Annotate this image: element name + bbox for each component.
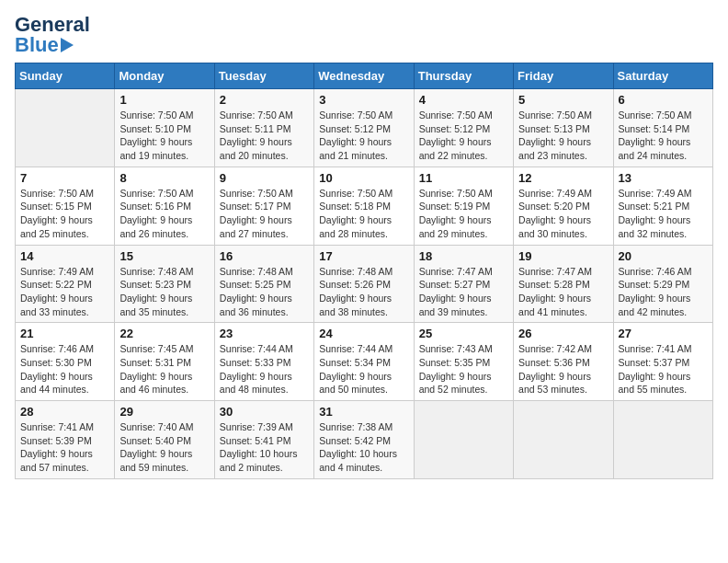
day-info: Sunrise: 7:44 AM Sunset: 5:34 PM Dayligh… xyxy=(319,342,408,396)
day-number: 12 xyxy=(518,171,608,185)
calendar-cell xyxy=(414,401,513,479)
day-number: 6 xyxy=(619,93,708,107)
calendar-cell: 12Sunrise: 7:49 AM Sunset: 5:20 PM Dayli… xyxy=(514,167,613,245)
logo: General Blue xyxy=(15,15,90,55)
day-info: Sunrise: 7:50 AM Sunset: 5:12 PM Dayligh… xyxy=(419,109,508,163)
day-number: 25 xyxy=(419,327,508,340)
day-info: Sunrise: 7:49 AM Sunset: 5:21 PM Dayligh… xyxy=(619,187,708,241)
day-info: Sunrise: 7:50 AM Sunset: 5:12 PM Dayligh… xyxy=(319,109,408,163)
day-info: Sunrise: 7:50 AM Sunset: 5:11 PM Dayligh… xyxy=(220,109,309,163)
day-number: 19 xyxy=(518,249,608,263)
day-info: Sunrise: 7:47 AM Sunset: 5:28 PM Dayligh… xyxy=(518,265,608,319)
calendar-cell xyxy=(613,401,712,479)
calendar-cell: 26Sunrise: 7:42 AM Sunset: 5:36 PM Dayli… xyxy=(514,323,613,401)
day-number: 20 xyxy=(619,249,708,263)
calendar-cell: 8Sunrise: 7:50 AM Sunset: 5:16 PM Daylig… xyxy=(115,167,214,245)
day-number: 8 xyxy=(119,171,209,185)
day-info: Sunrise: 7:50 AM Sunset: 5:16 PM Dayligh… xyxy=(119,187,209,241)
day-number: 9 xyxy=(220,171,309,185)
day-header-saturday: Saturday xyxy=(613,63,712,89)
day-number: 24 xyxy=(319,327,408,340)
day-number: 28 xyxy=(20,405,109,419)
day-info: Sunrise: 7:40 AM Sunset: 5:40 PM Dayligh… xyxy=(119,420,209,475)
calendar-cell: 14Sunrise: 7:49 AM Sunset: 5:22 PM Dayli… xyxy=(16,245,115,323)
day-info: Sunrise: 7:49 AM Sunset: 5:20 PM Dayligh… xyxy=(518,187,608,241)
day-number: 22 xyxy=(119,327,209,340)
day-info: Sunrise: 7:49 AM Sunset: 5:22 PM Dayligh… xyxy=(20,265,109,319)
calendar-cell: 20Sunrise: 7:46 AM Sunset: 5:29 PM Dayli… xyxy=(613,245,712,323)
day-number: 1 xyxy=(119,93,209,107)
day-info: Sunrise: 7:50 AM Sunset: 5:15 PM Dayligh… xyxy=(20,187,109,241)
day-info: Sunrise: 7:48 AM Sunset: 5:23 PM Dayligh… xyxy=(119,265,209,319)
day-number: 3 xyxy=(319,93,408,107)
day-header-tuesday: Tuesday xyxy=(214,63,313,89)
calendar-cell: 25Sunrise: 7:43 AM Sunset: 5:35 PM Dayli… xyxy=(414,323,513,401)
day-number: 26 xyxy=(518,327,608,340)
day-info: Sunrise: 7:46 AM Sunset: 5:29 PM Dayligh… xyxy=(619,265,708,319)
day-number: 10 xyxy=(319,171,408,185)
calendar-cell: 23Sunrise: 7:44 AM Sunset: 5:33 PM Dayli… xyxy=(214,323,313,401)
day-number: 30 xyxy=(220,405,309,419)
day-info: Sunrise: 7:50 AM Sunset: 5:19 PM Dayligh… xyxy=(419,187,508,241)
calendar-cell: 22Sunrise: 7:45 AM Sunset: 5:31 PM Dayli… xyxy=(115,323,214,401)
day-number: 21 xyxy=(20,327,109,340)
calendar-cell: 29Sunrise: 7:40 AM Sunset: 5:40 PM Dayli… xyxy=(115,401,214,479)
day-info: Sunrise: 7:42 AM Sunset: 5:36 PM Dayligh… xyxy=(518,342,608,396)
page-header: General Blue xyxy=(15,15,713,55)
calendar-header-row: SundayMondayTuesdayWednesdayThursdayFrid… xyxy=(16,63,713,89)
day-number: 16 xyxy=(220,249,309,263)
calendar-week-row: 1Sunrise: 7:50 AM Sunset: 5:10 PM Daylig… xyxy=(16,89,713,167)
calendar-cell: 10Sunrise: 7:50 AM Sunset: 5:18 PM Dayli… xyxy=(314,167,414,245)
day-info: Sunrise: 7:38 AM Sunset: 5:42 PM Dayligh… xyxy=(319,420,408,475)
day-header-sunday: Sunday xyxy=(16,63,115,89)
calendar-cell: 15Sunrise: 7:48 AM Sunset: 5:23 PM Dayli… xyxy=(115,245,214,323)
calendar-cell: 3Sunrise: 7:50 AM Sunset: 5:12 PM Daylig… xyxy=(314,89,414,167)
calendar-cell: 5Sunrise: 7:50 AM Sunset: 5:13 PM Daylig… xyxy=(514,89,613,167)
calendar-cell: 9Sunrise: 7:50 AM Sunset: 5:17 PM Daylig… xyxy=(214,167,313,245)
day-info: Sunrise: 7:45 AM Sunset: 5:31 PM Dayligh… xyxy=(119,342,209,396)
day-info: Sunrise: 7:48 AM Sunset: 5:25 PM Dayligh… xyxy=(220,265,309,319)
calendar-cell: 24Sunrise: 7:44 AM Sunset: 5:34 PM Dayli… xyxy=(314,323,414,401)
day-info: Sunrise: 7:39 AM Sunset: 5:41 PM Dayligh… xyxy=(220,420,309,475)
calendar-cell: 28Sunrise: 7:41 AM Sunset: 5:39 PM Dayli… xyxy=(16,401,115,479)
calendar-week-row: 28Sunrise: 7:41 AM Sunset: 5:39 PM Dayli… xyxy=(16,401,713,479)
calendar-cell: 13Sunrise: 7:49 AM Sunset: 5:21 PM Dayli… xyxy=(613,167,712,245)
day-number: 13 xyxy=(619,171,708,185)
calendar-cell: 17Sunrise: 7:48 AM Sunset: 5:26 PM Dayli… xyxy=(314,245,414,323)
calendar-week-row: 7Sunrise: 7:50 AM Sunset: 5:15 PM Daylig… xyxy=(16,167,713,245)
day-header-friday: Friday xyxy=(514,63,613,89)
calendar-cell: 30Sunrise: 7:39 AM Sunset: 5:41 PM Dayli… xyxy=(214,401,313,479)
calendar-table: SundayMondayTuesdayWednesdayThursdayFrid… xyxy=(15,63,713,479)
day-info: Sunrise: 7:44 AM Sunset: 5:33 PM Dayligh… xyxy=(220,342,309,396)
day-info: Sunrise: 7:50 AM Sunset: 5:13 PM Dayligh… xyxy=(518,109,608,163)
day-info: Sunrise: 7:43 AM Sunset: 5:35 PM Dayligh… xyxy=(419,342,508,396)
calendar-cell: 31Sunrise: 7:38 AM Sunset: 5:42 PM Dayli… xyxy=(314,401,414,479)
calendar-cell: 18Sunrise: 7:47 AM Sunset: 5:27 PM Dayli… xyxy=(414,245,513,323)
day-number: 18 xyxy=(419,249,508,263)
calendar-week-row: 14Sunrise: 7:49 AM Sunset: 5:22 PM Dayli… xyxy=(16,245,713,323)
day-info: Sunrise: 7:48 AM Sunset: 5:26 PM Dayligh… xyxy=(319,265,408,319)
calendar-cell: 6Sunrise: 7:50 AM Sunset: 5:14 PM Daylig… xyxy=(613,89,712,167)
day-info: Sunrise: 7:50 AM Sunset: 5:17 PM Dayligh… xyxy=(220,187,309,241)
day-number: 11 xyxy=(419,171,508,185)
day-number: 4 xyxy=(419,93,508,107)
calendar-cell: 21Sunrise: 7:46 AM Sunset: 5:30 PM Dayli… xyxy=(16,323,115,401)
calendar-cell: 11Sunrise: 7:50 AM Sunset: 5:19 PM Dayli… xyxy=(414,167,513,245)
calendar-cell: 4Sunrise: 7:50 AM Sunset: 5:12 PM Daylig… xyxy=(414,89,513,167)
day-number: 14 xyxy=(20,249,109,263)
day-number: 23 xyxy=(220,327,309,340)
calendar-cell: 27Sunrise: 7:41 AM Sunset: 5:37 PM Dayli… xyxy=(613,323,712,401)
day-info: Sunrise: 7:50 AM Sunset: 5:14 PM Dayligh… xyxy=(619,109,708,163)
day-info: Sunrise: 7:47 AM Sunset: 5:27 PM Dayligh… xyxy=(419,265,508,319)
calendar-cell: 7Sunrise: 7:50 AM Sunset: 5:15 PM Daylig… xyxy=(16,167,115,245)
day-number: 31 xyxy=(319,405,408,419)
day-header-thursday: Thursday xyxy=(414,63,513,89)
logo-general: General xyxy=(15,15,90,35)
day-number: 5 xyxy=(518,93,608,107)
day-info: Sunrise: 7:50 AM Sunset: 5:10 PM Dayligh… xyxy=(119,109,209,163)
day-number: 27 xyxy=(619,327,708,340)
day-number: 7 xyxy=(20,171,109,185)
logo-blue: Blue xyxy=(15,35,59,55)
calendar-cell: 19Sunrise: 7:47 AM Sunset: 5:28 PM Dayli… xyxy=(514,245,613,323)
calendar-week-row: 21Sunrise: 7:46 AM Sunset: 5:30 PM Dayli… xyxy=(16,323,713,401)
